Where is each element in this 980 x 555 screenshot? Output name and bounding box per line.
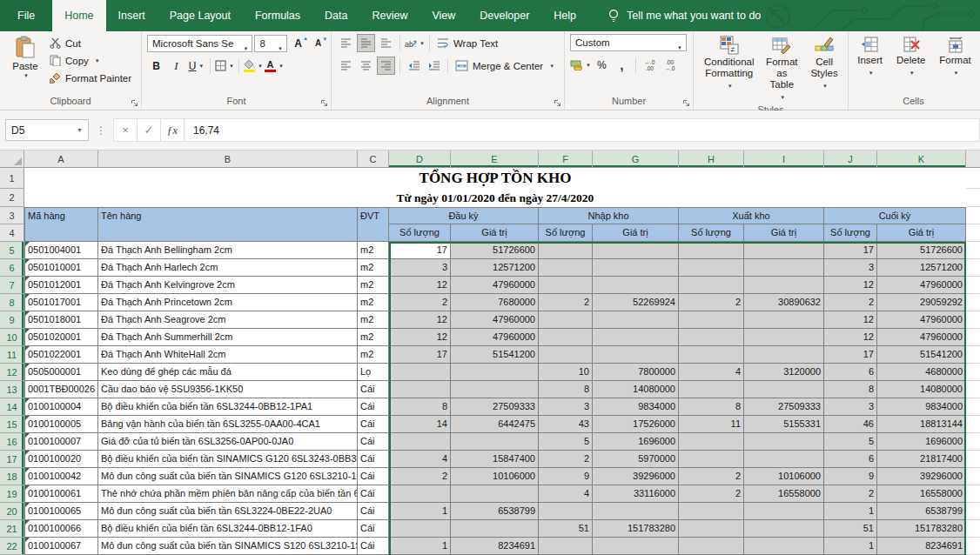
cell-I9[interactable] bbox=[744, 311, 824, 329]
row-header-13[interactable]: 13 bbox=[0, 381, 24, 398]
cell-I16[interactable] bbox=[744, 433, 824, 451]
cell-H13[interactable] bbox=[679, 381, 744, 398]
align-left-button[interactable] bbox=[337, 57, 355, 75]
row-header-11[interactable]: 11 bbox=[0, 346, 24, 364]
cell-J14[interactable]: 3 bbox=[824, 398, 877, 416]
cell-E16[interactable] bbox=[451, 433, 539, 451]
cell-J22[interactable]: 1 bbox=[824, 538, 877, 555]
col-header-D[interactable]: D bbox=[389, 150, 451, 168]
header-group-4[interactable]: Cuối kỳ bbox=[824, 207, 966, 224]
cell-D15[interactable]: 14 bbox=[389, 416, 451, 433]
cell-H12[interactable]: 4 bbox=[679, 364, 744, 381]
select-all-corner[interactable] bbox=[0, 150, 24, 168]
cell-C22[interactable]: Cái bbox=[358, 538, 389, 555]
name-box[interactable]: D5 ▼ bbox=[5, 119, 89, 141]
cell-G22[interactable] bbox=[593, 538, 679, 555]
cell-K21[interactable]: 151783280 bbox=[877, 520, 966, 538]
cell-B7[interactable]: Đá Thạch Anh Kelvingrove 2cm bbox=[98, 277, 358, 294]
cell-G20[interactable] bbox=[593, 503, 679, 520]
report-subtitle-cell[interactable]: Từ ngày 01/01/2020 đến ngày 27/4/2020 bbox=[24, 189, 966, 207]
header-ma-hang[interactable]: Mã hàng bbox=[24, 207, 98, 242]
cell-C9[interactable]: m2 bbox=[358, 311, 389, 329]
cell-J7[interactable]: 12 bbox=[824, 277, 877, 294]
cell-D18[interactable]: 2 bbox=[389, 468, 451, 485]
cell-A20[interactable]: 0100100065 bbox=[24, 503, 98, 520]
cell-J20[interactable]: 1 bbox=[824, 503, 877, 520]
cell-D10[interactable]: 12 bbox=[389, 329, 451, 346]
cell-B20[interactable]: Mô đun công suất của biến tần 6SL3224-0B… bbox=[98, 503, 358, 520]
cell-styles-button[interactable]: Cell Styles ▼ bbox=[804, 34, 844, 104]
cell-C10[interactable]: m2 bbox=[358, 329, 389, 346]
header-group-3[interactable]: Xuất kho bbox=[679, 207, 824, 224]
cell-A18[interactable]: 0100100042 bbox=[24, 468, 98, 485]
cell-A7[interactable]: 0501012001 bbox=[24, 277, 98, 294]
cell-C16[interactable]: Cái bbox=[358, 433, 389, 451]
tab-insert[interactable]: Insert bbox=[106, 0, 158, 31]
cell-J5[interactable]: 17 bbox=[824, 242, 877, 259]
cell-H10[interactable] bbox=[679, 329, 744, 346]
grow-font-button[interactable]: A▲ bbox=[289, 34, 307, 52]
cell-A17[interactable]: 0100100020 bbox=[24, 451, 98, 468]
cell-G10[interactable] bbox=[593, 329, 679, 346]
cell-K16[interactable]: 1696000 bbox=[877, 433, 966, 451]
cell-F11[interactable] bbox=[539, 346, 593, 364]
cell-I12[interactable]: 3120000 bbox=[744, 364, 824, 381]
cell-E19[interactable] bbox=[451, 485, 539, 503]
conditional-formatting-button[interactable]: ≠ Conditional Formatting ▼ bbox=[699, 34, 760, 104]
percent-style-button[interactable]: % bbox=[593, 56, 611, 74]
cell-E14[interactable]: 27509333 bbox=[451, 398, 539, 416]
cell-B15[interactable]: Bảng vận hành của biến tần 6SL3255-0AA00… bbox=[98, 416, 358, 433]
cell-G18[interactable]: 39296000 bbox=[593, 468, 679, 485]
font-size-combo[interactable]: 8 ▼ bbox=[254, 35, 287, 52]
cell-C12[interactable]: Lọ bbox=[358, 364, 389, 381]
cell-G9[interactable] bbox=[593, 311, 679, 329]
col-header-J[interactable]: J bbox=[824, 150, 877, 168]
cell-J8[interactable]: 2 bbox=[824, 294, 877, 311]
tab-developer[interactable]: Developer bbox=[467, 0, 541, 31]
header-ten-hang[interactable]: Tên hàng bbox=[98, 207, 358, 242]
cell-K8[interactable]: 29059292 bbox=[877, 294, 966, 311]
borders-button[interactable]: ▼ bbox=[215, 57, 234, 75]
row-header-18[interactable]: 18 bbox=[0, 468, 24, 485]
cell-E7[interactable]: 47960000 bbox=[451, 277, 539, 294]
cell-C18[interactable]: Cái bbox=[358, 468, 389, 485]
alignment-dialog-launcher[interactable] bbox=[554, 99, 561, 107]
cell-F12[interactable]: 10 bbox=[539, 364, 593, 381]
cell-F19[interactable]: 4 bbox=[539, 485, 593, 503]
cell-K20[interactable]: 6538799 bbox=[877, 503, 966, 520]
cell-F10[interactable] bbox=[539, 329, 593, 346]
cell-I14[interactable]: 27509333 bbox=[744, 398, 824, 416]
cell-J9[interactable]: 12 bbox=[824, 311, 877, 329]
delete-cells-button[interactable]: Delete ▼ bbox=[891, 34, 930, 95]
tab-file[interactable]: File bbox=[0, 0, 52, 31]
cell-B11[interactable]: Đá Thạch Anh WhiteHall 2cm bbox=[98, 346, 358, 364]
cell-B5[interactable]: Đá Thạch Anh Bellingham 2cm bbox=[98, 242, 358, 259]
cell-K9[interactable]: 47960000 bbox=[877, 311, 966, 329]
cell-J6[interactable]: 3 bbox=[824, 259, 877, 277]
tab-review[interactable]: Review bbox=[359, 0, 420, 31]
cell-H14[interactable]: 8 bbox=[679, 398, 744, 416]
row-header-4[interactable]: 4 bbox=[0, 224, 24, 242]
cell-C13[interactable]: Cái bbox=[358, 381, 389, 398]
cell-H19[interactable]: 2 bbox=[679, 485, 744, 503]
cell-A5[interactable]: 0501004001 bbox=[24, 242, 98, 259]
cell-E12[interactable] bbox=[451, 364, 539, 381]
cell-E6[interactable]: 12571200 bbox=[451, 259, 539, 277]
report-title-cell[interactable]: TỔNG HỢP TỒN KHO bbox=[24, 168, 966, 189]
cell-D7[interactable]: 12 bbox=[389, 277, 451, 294]
cell-J11[interactable]: 17 bbox=[824, 346, 877, 364]
header-sub-val[interactable]: Giá trị bbox=[744, 224, 824, 242]
row-header-12[interactable]: 12 bbox=[0, 364, 24, 381]
cell-B9[interactable]: Đá Thạch Anh Seagrove 2cm bbox=[98, 311, 358, 329]
cell-I8[interactable]: 30890632 bbox=[744, 294, 824, 311]
cell-I5[interactable] bbox=[744, 242, 824, 259]
cell-G7[interactable] bbox=[593, 277, 679, 294]
cell-G14[interactable]: 9834000 bbox=[593, 398, 679, 416]
cell-F20[interactable] bbox=[539, 503, 593, 520]
col-header-C[interactable]: C bbox=[358, 150, 389, 168]
cell-G21[interactable]: 151783280 bbox=[593, 520, 679, 538]
col-header-B[interactable]: B bbox=[98, 150, 358, 168]
cell-F22[interactable] bbox=[539, 538, 593, 555]
row-header-14[interactable]: 14 bbox=[0, 398, 24, 416]
header-sub-val[interactable]: Giá trị bbox=[877, 224, 966, 242]
